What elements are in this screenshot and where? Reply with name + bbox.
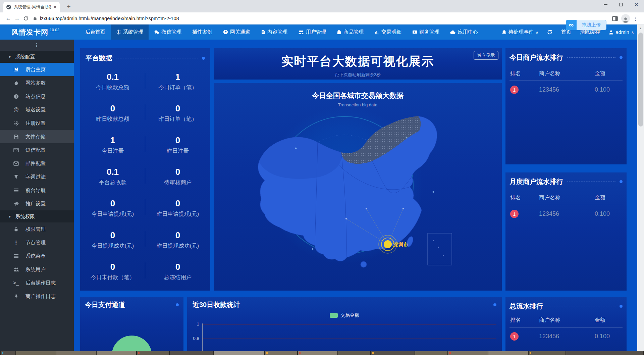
- china-map[interactable]: 深圳市: [246, 108, 465, 269]
- dot-icon: [176, 303, 179, 306]
- sidebar-section-system-config[interactable]: ▼ 系统配置: [0, 51, 74, 63]
- taskbar-window-button[interactable]: [214, 351, 264, 355]
- stat-cell: 1今日注册: [80, 129, 145, 161]
- taskbar-window-button[interactable]: [170, 351, 213, 355]
- menu-item-system-manage[interactable]: 系统管理: [111, 24, 149, 40]
- taskbar-window-button[interactable]: [448, 351, 488, 355]
- forward-button[interactable]: →: [13, 15, 21, 22]
- reload-button[interactable]: [21, 16, 30, 21]
- taskbar-window-button[interactable]: [56, 351, 96, 355]
- taskbar-window-button[interactable]: [488, 351, 528, 355]
- at-sign-icon: @: [13, 107, 19, 113]
- panel-title: 平台数据: [86, 54, 112, 63]
- funnel-icon: [13, 174, 19, 179]
- sidebar-section-system-rights[interactable]: ▼ 系统权限: [0, 210, 74, 222]
- taskbar-window-button[interactable]: [566, 351, 643, 355]
- brand[interactable]: 风情发卡网 10.02: [11, 24, 59, 40]
- scrollbar-thumb[interactable]: [638, 33, 643, 126]
- y-tick: 1: [188, 321, 199, 326]
- sidebar-item-site-params[interactable]: 网站参数: [0, 76, 74, 90]
- gridline: [202, 324, 496, 324]
- sidebar-collapse-button[interactable]: ⋮: [0, 40, 74, 51]
- browser-tab[interactable]: 系统管理·风情自助发卡网 ✕: [3, 2, 60, 12]
- sidebar-item-promo-settings[interactable]: 推广设置: [0, 197, 74, 210]
- menu-item-backend-home[interactable]: 后台首页: [80, 24, 111, 40]
- taskbar-window-button[interactable]: [415, 351, 447, 355]
- table-row[interactable]: 1 123456 0.100: [509, 210, 623, 218]
- map-subtitle: Transaction big data: [214, 102, 502, 107]
- sidebar-item-merchant-op-log[interactable]: 商户操作日志: [0, 290, 74, 303]
- panel-title: 今日支付通道: [85, 300, 125, 309]
- sidebar-item-node-manage[interactable]: ⋮ 节点管理: [0, 236, 74, 249]
- address-bar[interactable]: lzx666.top/admin.html#/manage/index/main…: [33, 16, 179, 21]
- taskbar-window-button[interactable]: [298, 351, 337, 355]
- standalone-display-button[interactable]: 独立显示: [474, 51, 498, 60]
- browser-toolbar: ← → lzx666.top/admin.html#/manage/index/…: [0, 12, 644, 24]
- start-button[interactable]: [1, 351, 15, 355]
- window-maximize-button[interactable]: [613, 0, 629, 9]
- sidebar-item-domain-settings[interactable]: @ 域名设置: [0, 103, 74, 116]
- profile-avatar[interactable]: [621, 14, 630, 23]
- sidebar-item-file-storage[interactable]: 文件存储: [0, 130, 74, 143]
- menu-item-trade-detail[interactable]: 交易明细: [369, 24, 407, 40]
- sidebar-item-rights-manage[interactable]: 权限管理: [0, 222, 74, 236]
- chevron-up-icon: ∧: [631, 30, 634, 35]
- stat-cell: 0.1今日收款总额: [80, 66, 145, 97]
- scroll-up-icon[interactable]: ▲: [637, 24, 644, 30]
- sidebar-item-word-filter[interactable]: 字词过滤: [0, 170, 74, 184]
- dot-icon: [620, 180, 623, 183]
- sidebar-item-backend-op-log[interactable]: >_ 后台操作日志: [0, 276, 74, 290]
- refresh-button[interactable]: [547, 30, 552, 35]
- menu-bars-icon: [13, 254, 19, 258]
- sidebar-item-backend-home[interactable]: 后台主页: [0, 63, 74, 76]
- menu-item-wechat-manage[interactable]: 微信管理: [149, 24, 187, 40]
- menu-item-finance-manage[interactable]: 财务管理: [407, 24, 445, 40]
- taskbar-window-button[interactable]: [338, 351, 370, 355]
- pushpin-icon: [13, 294, 19, 299]
- refresh-icon: [547, 30, 552, 35]
- stats-grid: 0.1今日收款总额 1今日订单（笔） 0昨日收款总额 0昨日订单（笔） 1今日注…: [80, 66, 210, 287]
- menu-item-app-center[interactable]: 应用中心: [445, 24, 483, 40]
- tab-close-icon[interactable]: ✕: [53, 4, 57, 10]
- sidebar-item-register-settings[interactable]: 注册设置: [0, 116, 74, 130]
- sidebar-item-mail-config[interactable]: 邮件配置: [0, 157, 74, 170]
- taskbar-window-button[interactable]: [16, 351, 56, 355]
- taskbar-window-button[interactable]: [97, 351, 136, 355]
- lock-icon: [33, 16, 37, 21]
- legend-swatch: [330, 313, 338, 318]
- window-close-button[interactable]: ✕: [629, 0, 644, 9]
- menu-item-plugin-cases[interactable]: 插件案例: [187, 24, 218, 40]
- divider: [244, 305, 489, 305]
- window-minimize-button[interactable]: [598, 0, 613, 9]
- table-row[interactable]: 1 123456 0.100: [509, 332, 623, 341]
- stat-cell: 0待审核商户: [145, 161, 210, 192]
- menu-item-goods-manage[interactable]: 商品管理: [331, 24, 369, 40]
- sidebar: ⋮ ▼ 系统配置 后台主页 网站参数: [0, 40, 74, 355]
- admin-user-menu[interactable]: admin ∧: [609, 29, 634, 35]
- sidebar-item-site-info[interactable]: 站点信息: [0, 90, 74, 103]
- taskbar-window-button[interactable]: [371, 351, 415, 355]
- chart-legend[interactable]: 交易金额: [187, 312, 502, 318]
- menu-item-gateway[interactable]: 网关通道: [218, 24, 256, 40]
- sidebar-item-system-users[interactable]: 系统用户: [0, 263, 74, 276]
- dot-icon: [620, 305, 623, 308]
- page-scrollbar[interactable]: ▲: [637, 24, 644, 355]
- taskbar-window-button[interactable]: [137, 351, 169, 355]
- taskbar-window-button[interactable]: [265, 351, 297, 355]
- caret-down-icon: ▼: [8, 55, 11, 59]
- pending-events-button[interactable]: 待处理事件 ∧: [502, 29, 538, 35]
- taskbar-window-button[interactable]: [529, 351, 566, 355]
- user-icon: [609, 30, 613, 35]
- browser-menu-icon[interactable]: ⋮: [633, 16, 638, 21]
- sidebar-item-system-menu[interactable]: 系统菜单: [0, 249, 74, 263]
- menu-item-content-manage[interactable]: 内容管理: [256, 24, 293, 40]
- table-row[interactable]: 1 123456 0.100: [509, 86, 623, 94]
- drag-upload-extension[interactable]: ∞ 拖拽上传: [566, 20, 606, 30]
- stat-cell: 0昨日提现成功(元): [145, 224, 210, 255]
- sidebar-item-front-nav[interactable]: 前台导航: [0, 184, 74, 197]
- menu-item-user-manage[interactable]: 用户管理: [293, 24, 331, 40]
- sidebar-item-sms-config[interactable]: 短信配置: [0, 143, 74, 157]
- side-panel-icon[interactable]: [612, 16, 618, 21]
- back-button[interactable]: ←: [4, 15, 13, 22]
- new-tab-button[interactable]: +: [64, 3, 73, 11]
